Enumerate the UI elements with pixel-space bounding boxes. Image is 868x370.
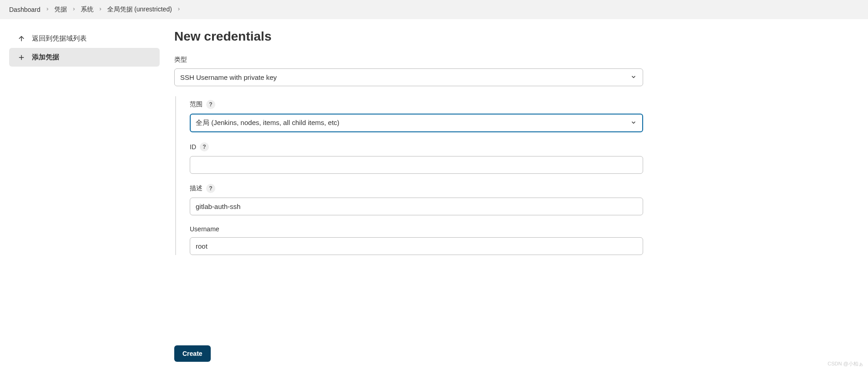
chevron-right-icon <box>98 6 103 13</box>
breadcrumb-item-credentials[interactable]: 凭据 <box>54 5 67 14</box>
create-button[interactable]: Create <box>174 345 211 362</box>
username-label: Username <box>190 225 219 233</box>
sidebar: 返回到凭据域列表 添加凭据 <box>0 19 169 369</box>
scope-label: 范围 <box>190 100 203 109</box>
form-group-type: 类型 SSH Username with private key <box>174 56 643 86</box>
form-group-id: ID ? <box>190 142 643 174</box>
sidebar-item-back[interactable]: 返回到凭据域列表 <box>9 29 160 48</box>
form-group-description: 描述 ? <box>190 184 643 215</box>
breadcrumb: Dashboard 凭据 系统 全局凭据 (unrestricted) <box>0 0 868 19</box>
chevron-right-icon <box>177 6 181 13</box>
username-input[interactable] <box>190 237 643 255</box>
breadcrumb-item-system[interactable]: 系统 <box>81 5 94 14</box>
footer-actions: Create <box>174 340 211 369</box>
form-group-scope: 范围 ? 全局 (Jenkins, nodes, items, all chil… <box>190 100 643 132</box>
form-group-username: Username <box>190 225 643 255</box>
scope-select[interactable]: 全局 (Jenkins, nodes, items, all child ite… <box>190 114 643 132</box>
chevron-right-icon <box>45 6 50 13</box>
sidebar-item-label: 返回到凭据域列表 <box>32 34 87 43</box>
breadcrumb-item-global[interactable]: 全局凭据 (unrestricted) <box>107 5 172 14</box>
type-select[interactable]: SSH Username with private key <box>174 68 643 86</box>
main-content: New credentials 类型 SSH Username with pri… <box>169 19 661 369</box>
sidebar-item-add-credentials[interactable]: 添加凭据 <box>9 48 160 67</box>
arrow-up-icon <box>17 35 26 43</box>
help-icon[interactable]: ? <box>200 142 209 151</box>
watermark: CSDN @小柏ぁ <box>828 360 863 367</box>
page-title: New credentials <box>174 29 643 44</box>
sidebar-item-label: 添加凭据 <box>32 53 59 62</box>
type-label: 类型 <box>174 56 643 64</box>
description-input[interactable] <box>190 198 643 215</box>
id-label: ID <box>190 143 196 151</box>
id-input[interactable] <box>190 156 643 174</box>
chevron-right-icon <box>72 6 76 13</box>
description-label: 描述 <box>190 184 203 193</box>
help-icon[interactable]: ? <box>206 100 215 109</box>
breadcrumb-item-dashboard[interactable]: Dashboard <box>9 6 41 13</box>
help-icon[interactable]: ? <box>206 184 215 193</box>
nested-form-section: 范围 ? 全局 (Jenkins, nodes, items, all chil… <box>175 96 643 255</box>
plus-icon <box>17 53 26 62</box>
